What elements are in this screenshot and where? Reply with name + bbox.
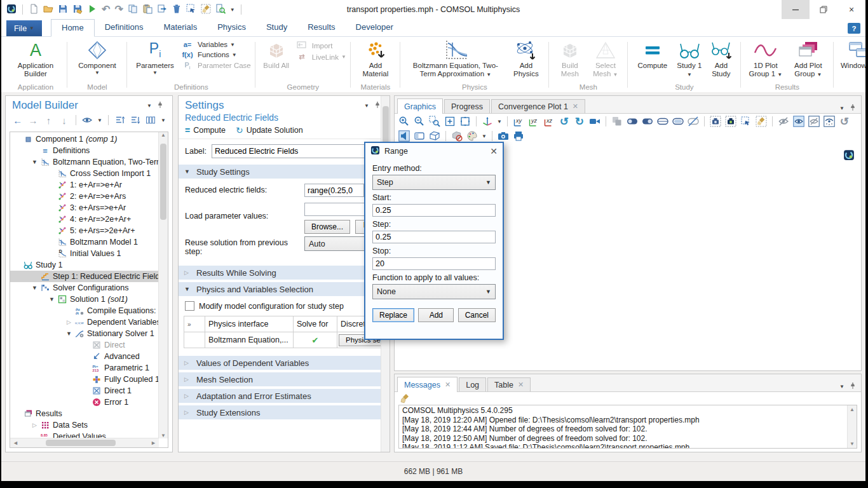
image-a-icon[interactable] (627, 116, 638, 127)
chevron-down-icon[interactable]: ▼ (161, 118, 166, 123)
pin-icon[interactable] (157, 99, 163, 112)
tab-convergence-plot-1[interactable]: Convergence Plot 1✕ (491, 99, 585, 113)
tree-item-boltzmann-model-1[interactable]: Boltzmann Model 1 (10, 236, 159, 248)
compute-button[interactable]: Compute (632, 37, 673, 70)
tree-columns-icon[interactable] (146, 114, 156, 126)
ribbon-tab-study[interactable]: Study (256, 19, 297, 36)
messages-scrollbar[interactable]: ▲▼ (847, 405, 857, 448)
windows-button[interactable]: Windows ▼ (838, 37, 865, 70)
select-mesh-button[interactable]: Select Mesh ▼ (588, 37, 623, 78)
panel-menu-icon[interactable]: ▼ (364, 103, 369, 109)
function-select[interactable]: None▼ (372, 284, 496, 299)
movie-icon[interactable] (589, 116, 600, 127)
tree-item-solution-1[interactable]: ▼Solution 1(sol1) (10, 294, 159, 305)
section-mesh-selection[interactable]: ▷Mesh Selection (179, 372, 390, 386)
replace-button[interactable]: Replace (372, 308, 414, 322)
axis-orientation-icon[interactable] (482, 116, 493, 127)
build-mesh-button[interactable]: Build Mesh (553, 37, 587, 78)
restore-button[interactable] (810, 0, 837, 19)
reset-view-icon[interactable]: ↺ (839, 116, 850, 127)
update-solution-button[interactable]: ↻Update Solution (236, 125, 303, 135)
nav-back-icon[interactable]: ← (12, 114, 23, 126)
image-none-icon[interactable] (688, 116, 699, 127)
tree-item-error-1[interactable]: Error 1 (10, 396, 159, 408)
expand-columns-icon[interactable]: » (184, 316, 205, 332)
pin-icon[interactable] (850, 104, 856, 113)
add-plot-group-button[interactable]: Add Plot Group ▼ (787, 37, 829, 78)
printer-icon[interactable] (513, 130, 524, 142)
run-icon[interactable] (87, 4, 97, 16)
start-input[interactable] (372, 204, 496, 217)
ribbon-tab-results[interactable]: Results (297, 19, 345, 36)
clear-box-icon[interactable] (756, 116, 767, 127)
ribbon-tab-materials[interactable]: Materials (153, 19, 207, 36)
close-tab-icon[interactable]: ✕ (445, 381, 451, 389)
view-front-icon[interactable] (414, 130, 425, 142)
pin-icon[interactable] (850, 382, 856, 391)
tree-item-stationary-solver-1[interactable]: ▼Stationary Solver 1 (10, 328, 159, 339)
collapse-icon[interactable]: ▼ (64, 330, 74, 337)
study-1-button[interactable]: Study 1 ▼ (674, 37, 705, 78)
snapshot-b-icon[interactable] (725, 116, 736, 127)
tree-item-direct[interactable]: Direct (10, 339, 159, 351)
livelink-button[interactable]: ⇄LiveLink▼ (294, 53, 346, 61)
collapse-icon[interactable]: ▼ (46, 296, 57, 302)
save-icon[interactable] (58, 4, 68, 16)
ref-fields-input[interactable] (304, 184, 364, 197)
tree-item-results[interactable]: Results (10, 408, 159, 419)
select-region-icon[interactable] (186, 4, 196, 16)
tree-item-boltzmann-equation-two-term-app[interactable]: ▼Boltzmann Equation, Two-Term App (10, 156, 159, 168)
close-button[interactable]: × (837, 0, 865, 19)
tree-item-solver-configurations[interactable]: ▼Solver Configurations (10, 282, 159, 294)
file-menu-button[interactable]: File▼ (6, 20, 42, 36)
image-d-icon[interactable] (672, 116, 684, 127)
component-button[interactable]: Component ▼ (72, 37, 123, 76)
clear-broom-icon[interactable] (400, 393, 410, 405)
tree-item-3-e-ars-e-ar[interactable]: 3: e+Ars=>e+Ar (10, 202, 159, 214)
expand-icon[interactable]: ▷ (64, 319, 74, 325)
view-yz-icon[interactable]: yz (528, 116, 539, 127)
tree-item-direct-1[interactable]: Direct 1 (10, 385, 159, 396)
tree-item-data-sets[interactable]: ▷Data Sets (10, 419, 159, 431)
tree-item-1-e-ar-e-ar[interactable]: 1: e+Ar=>e+Ar (10, 179, 159, 191)
tree-item-component-1[interactable]: Component 1(comp 1) (10, 133, 159, 145)
chevron-down-icon[interactable]: ▼ (230, 7, 235, 13)
dialog-title-bar[interactable]: Range ✕ (365, 143, 503, 159)
clear-selection-icon[interactable] (201, 4, 211, 16)
ribbon-tab-developer[interactable]: Developer (346, 19, 403, 36)
open-file-icon[interactable] (43, 4, 53, 16)
section-study-extensions[interactable]: ▷Study Extensions (179, 405, 390, 419)
import-button[interactable]: Import (294, 41, 346, 50)
add-button[interactable]: Add (418, 308, 454, 322)
tab-messages[interactable]: Messages✕ (397, 377, 458, 392)
hide-eye-icon[interactable] (778, 116, 789, 127)
close-tab-icon[interactable]: ✕ (573, 102, 578, 111)
collapse-icon[interactable]: ▼ (29, 285, 40, 291)
panel-menu-icon[interactable]: ▼ (839, 384, 844, 390)
view-xy-icon[interactable]: xy (513, 116, 524, 127)
tab-progress[interactable]: Progress (444, 99, 490, 113)
add-physics-button[interactable]: Add Physics (508, 37, 545, 78)
expand-icon[interactable]: ▷ (29, 422, 40, 428)
snapshot-a-icon[interactable] (710, 116, 721, 127)
view-xz-icon[interactable]: xz (543, 116, 555, 127)
view-noteye-icon[interactable] (808, 116, 820, 127)
tree-item-dependent-variables-1[interactable]: ▷u,v,wDependent Variables 1 (10, 316, 159, 328)
view-visible-icon[interactable] (793, 116, 804, 127)
step-input[interactable] (372, 231, 496, 243)
undo-icon[interactable]: ↶ (102, 4, 110, 15)
tree-item-fully-coupled-1[interactable]: Fully Coupled 1 (10, 374, 159, 385)
ribbon-tab-physics[interactable]: Physics (207, 19, 256, 36)
panel-menu-icon[interactable]: ▼ (147, 103, 152, 109)
plot-group-1-button[interactable]: 1D Plot Group 1 ▼ (745, 37, 786, 78)
chevron-down-icon[interactable]: ▼ (497, 119, 502, 125)
dialog-close-icon[interactable]: ✕ (490, 146, 498, 156)
rotate-ccw-icon[interactable]: ↺ (559, 116, 570, 127)
physics-table-row[interactable]: Boltzmann Equation,... ✔ Physics set (184, 332, 386, 348)
stop-input[interactable] (372, 257, 496, 270)
panel-menu-icon[interactable]: ▼ (839, 105, 844, 111)
ribbon-tab-home[interactable]: Home (51, 19, 95, 37)
add-material-button[interactable]: Add Material (355, 37, 396, 78)
application-builder-button[interactable]: A Application Builder (8, 37, 63, 78)
parameter-case-button[interactable]: PiParameter Case (180, 61, 251, 70)
